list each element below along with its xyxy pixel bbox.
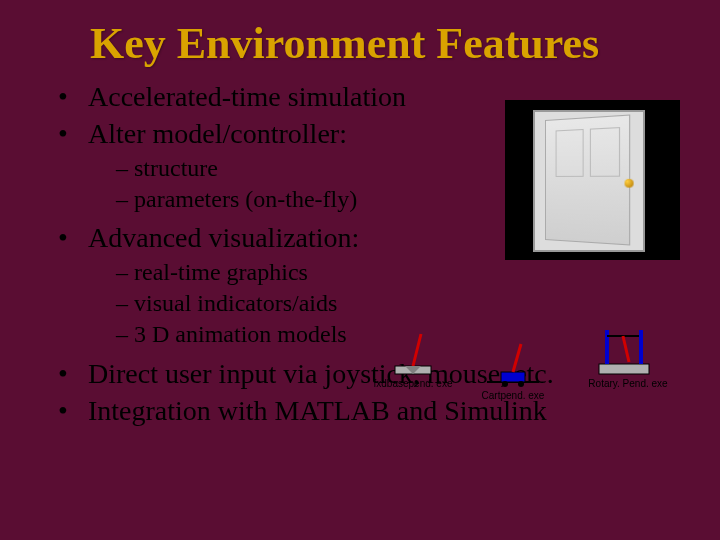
- rotary-pend-icon: Rotary. Pend. exe: [573, 328, 683, 389]
- door-frame: [533, 110, 645, 252]
- svg-line-7: [513, 344, 521, 372]
- sub-item: real-time graphics: [116, 257, 690, 288]
- svg-point-5: [502, 381, 508, 387]
- door-icon: [505, 100, 680, 260]
- icon-caption: Rotary. Pend. exe: [573, 378, 683, 389]
- pendulum-icon: [593, 328, 663, 376]
- bullet-text: Advanced visualization:: [88, 222, 359, 253]
- cart-pend-icon: Cartpend. exe: [468, 340, 558, 401]
- svg-line-1: [413, 334, 421, 366]
- pendulum-icon: [483, 340, 543, 388]
- svg-rect-8: [599, 364, 649, 374]
- icon-caption: Cartpend. exe: [468, 390, 558, 401]
- fxdbase-pend-icon: fxdbasepend. exe: [368, 328, 458, 389]
- svg-point-6: [518, 381, 524, 387]
- bullet-text: Alter model/controller:: [88, 118, 347, 149]
- svg-line-12: [623, 336, 629, 362]
- slide: Key Environment Features Accelerated-tim…: [0, 0, 720, 540]
- door-knob: [625, 179, 634, 188]
- pendulum-icons: fxdbasepend. exe Cartpend. exe Rotary. P…: [368, 328, 698, 418]
- pendulum-icon: [391, 328, 435, 376]
- slide-title: Key Environment Features: [0, 0, 720, 79]
- door-panel: [545, 114, 630, 245]
- icon-caption: fxdbasepend. exe: [368, 378, 458, 389]
- svg-rect-4: [501, 372, 525, 382]
- svg-rect-11: [639, 330, 643, 364]
- bullet-text: Accelerated-time simulation: [88, 81, 406, 112]
- sub-item: visual indicators/aids: [116, 288, 690, 319]
